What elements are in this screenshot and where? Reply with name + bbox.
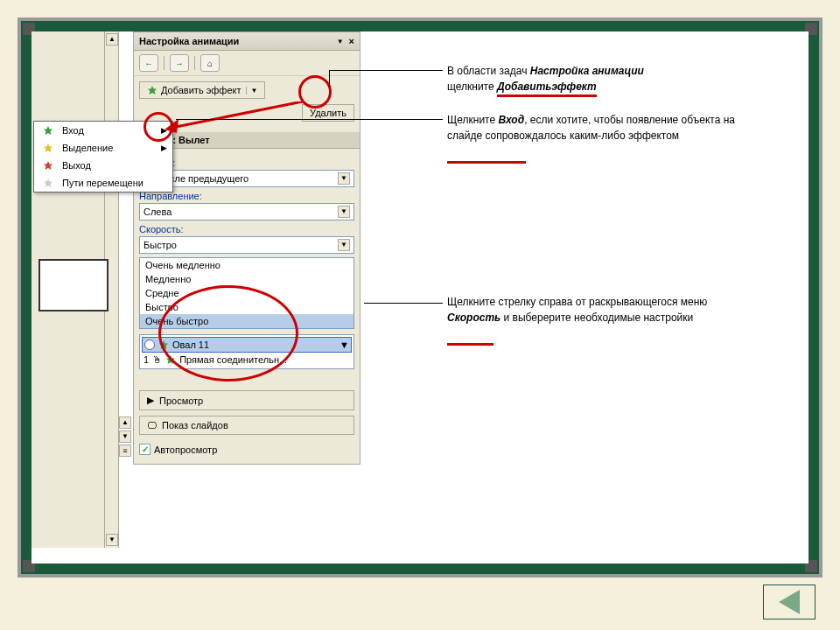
svg-marker-3 (44, 126, 52, 135)
connector (329, 70, 443, 71)
anim-index: 1 (144, 354, 149, 365)
svg-marker-1 (159, 340, 168, 349)
taskpane-menu-arrow[interactable]: ▼ (337, 38, 344, 46)
add-effect-label: Добавить эффект (161, 85, 241, 95)
reorder-buttons: ▲ ▼ ≡ (119, 416, 133, 457)
menu-item-entrance[interactable]: Вход ▶ (34, 122, 172, 139)
nav-prev-button[interactable]: ▲ (119, 416, 131, 429)
star-icon (43, 143, 53, 153)
add-effect-button[interactable]: Добавить эффект ▼ (139, 81, 265, 99)
preview-button[interactable]: ▶ Просмотр (139, 390, 354, 410)
prev-slide-nav[interactable] (763, 584, 816, 620)
home-icon[interactable]: ⌂ (200, 54, 220, 72)
taskpane-header: Настройка анимации ▼ × (134, 32, 360, 51)
slideshow-label: Показ слайдов (162, 420, 228, 430)
svg-marker-0 (148, 86, 157, 94)
connector (176, 119, 443, 120)
star-icon (158, 340, 169, 350)
connector (364, 303, 443, 304)
nav-menu-button[interactable]: ≡ (119, 444, 131, 457)
nav-next-button[interactable]: ▼ (119, 430, 131, 443)
star-icon (165, 354, 176, 365)
menu-label: Выход (62, 160, 91, 171)
menu-item-exit[interactable]: Выход (34, 157, 172, 174)
anim-item-label: Овал 11 (172, 340, 209, 350)
speed-option[interactable]: Очень медленно (140, 258, 354, 272)
speed-option[interactable]: Средне (140, 286, 354, 300)
speed-option[interactable]: Медленно (140, 272, 354, 286)
svg-marker-5 (44, 161, 52, 170)
menu-item-motion[interactable]: Пути перемещени (34, 174, 172, 192)
annotation-3: Щелкните стрелку справа от раскрывающего… (447, 294, 736, 346)
animation-item[interactable]: 1 🖱 Прямая соединительн... (142, 353, 352, 367)
connector (329, 70, 330, 88)
star-icon (43, 160, 53, 171)
animation-item[interactable]: Овал 11 ▼ (142, 337, 352, 353)
nav-forward-icon[interactable]: → (170, 54, 189, 72)
screen-icon: 🖵 (147, 420, 157, 430)
mouse-icon: 🖱 (152, 354, 162, 365)
speed-option[interactable]: Очень быстро (140, 314, 354, 328)
star-icon (147, 85, 158, 95)
slide-panel: ▲ ▼ (32, 32, 119, 548)
chevron-right-icon: ▶ (161, 144, 167, 152)
svg-marker-2 (166, 355, 175, 364)
chevron-down-icon[interactable]: ▼ (338, 206, 350, 218)
direction-combo[interactable]: Слева ▼ (139, 203, 354, 220)
chevron-down-icon[interactable]: ▼ (246, 87, 257, 94)
speed-label: Скорость: (139, 224, 354, 234)
star-icon (43, 125, 53, 136)
taskpane-title: Настройка анимации (139, 36, 337, 46)
speed-option[interactable]: Быстро (140, 300, 354, 314)
slideshow-button[interactable]: 🖵 Показ слайдов (139, 416, 354, 435)
speed-value: Быстро (144, 240, 177, 250)
play-icon: ▶ (147, 395, 154, 406)
annotation-2: Щелкните Вход, если хотите, чтобы появле… (447, 112, 736, 164)
speed-options-list[interactable]: Очень медленно Медленно Средне Быстро Оч… (139, 257, 354, 329)
menu-label: Пути перемещени (62, 178, 144, 188)
autopreview-label: Автопросмотр (154, 444, 217, 455)
direction-value: Слева (144, 206, 172, 217)
speed-combo[interactable]: Быстро ▼ (139, 236, 354, 254)
clock-icon (144, 340, 155, 350)
menu-item-emphasis[interactable]: Выделение ▶ (34, 139, 172, 157)
animation-list: Овал 11 ▼ 1 🖱 Прямая соединительн... (139, 334, 354, 369)
scroll-down-button[interactable]: ▼ (106, 534, 118, 546)
chevron-right-icon: ▶ (161, 126, 167, 135)
chevron-down-icon[interactable]: ▼ (338, 239, 350, 251)
chevron-down-icon[interactable]: ▼ (340, 340, 349, 350)
nav-back-icon[interactable]: ← (139, 54, 158, 72)
checkbox-icon[interactable]: ✓ (139, 444, 150, 455)
close-icon[interactable]: × (349, 36, 354, 46)
anim-item-label: Прямая соединительн... (179, 354, 287, 365)
svg-marker-6 (44, 178, 52, 187)
scroll-up-button[interactable]: ▲ (106, 33, 118, 46)
preview-label: Просмотр (159, 396, 203, 406)
menu-label: Вход (62, 125, 84, 136)
effect-context-menu: Вход ▶ Выделение ▶ Выход Пути перемещени (33, 121, 173, 192)
chevron-down-icon[interactable]: ▼ (338, 172, 350, 185)
annotation-1: В области задач Настройка анимации щелкн… (447, 63, 644, 97)
svg-marker-4 (44, 144, 52, 152)
triangle-left-icon (779, 590, 800, 614)
remove-label: Удалить (310, 108, 346, 118)
animation-taskpane: Настройка анимации ▼ × ← → ⌂ Добавить э (133, 32, 360, 465)
star-icon (43, 178, 53, 188)
taskpane-nav: ← → ⌂ (134, 51, 360, 76)
menu-label: Выделение (62, 143, 113, 153)
autopreview-row[interactable]: ✓ Автопросмотр (139, 440, 354, 458)
slide-thumbnail[interactable] (38, 259, 108, 312)
